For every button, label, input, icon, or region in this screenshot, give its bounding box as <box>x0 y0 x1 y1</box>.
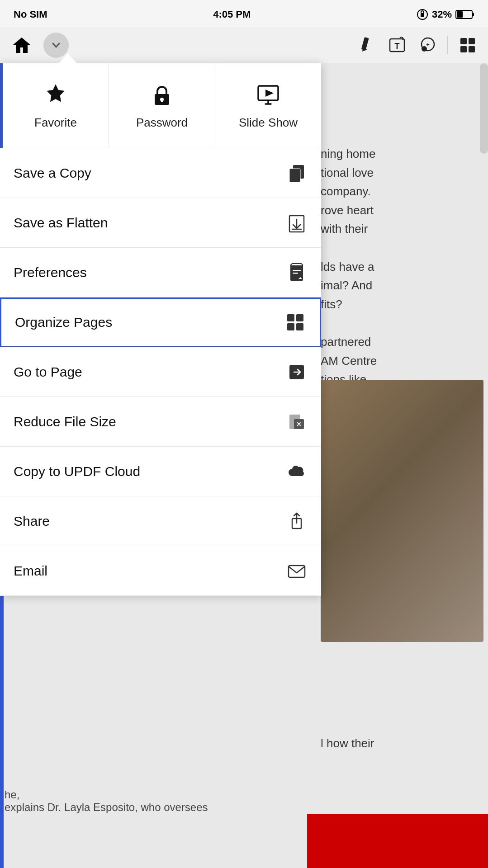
annotate-button[interactable] <box>355 34 378 57</box>
svg-rect-35 <box>289 566 305 577</box>
svg-rect-22 <box>289 169 300 182</box>
organize-pages-label: Organize Pages <box>15 315 112 330</box>
organize-pages-icon <box>284 311 306 333</box>
svg-rect-1 <box>421 13 424 17</box>
grid-button[interactable] <box>456 34 479 57</box>
dropdown-menu: Favorite Password <box>0 63 321 596</box>
text-tool-button[interactable]: T <box>386 34 408 57</box>
ai-button[interactable]: ✦ <box>417 34 439 57</box>
go-to-page-label: Go to Page <box>14 364 82 380</box>
save-copy-label: Save a Copy <box>14 165 91 181</box>
favorite-icon <box>42 81 69 108</box>
menu-icon-row: Favorite Password <box>0 63 321 148</box>
svg-text:T: T <box>395 42 400 51</box>
password-icon <box>148 81 175 108</box>
preferences-label: Preferences <box>14 265 87 280</box>
email-icon <box>286 560 308 582</box>
bg-bottom-text: he, explains Dr. Layla Esposito, who ove… <box>5 788 483 814</box>
battery-percentage: 32% <box>432 9 452 20</box>
battery-icon <box>455 9 474 19</box>
time-label: 4:05 PM <box>213 9 251 20</box>
status-bar: No SIM 4:05 PM 32% <box>0 0 488 27</box>
menu-organize-pages-item[interactable]: Organize Pages <box>0 297 321 347</box>
menu-email-item[interactable]: Email <box>0 546 321 596</box>
menu-reduce-file-item[interactable]: Reduce File Size <box>0 397 321 447</box>
scrollbar[interactable] <box>480 63 488 154</box>
svg-rect-27 <box>287 314 294 321</box>
copy-icon <box>286 162 308 184</box>
svg-rect-24 <box>293 270 301 271</box>
home-button[interactable] <box>9 33 34 58</box>
status-right: 32% <box>417 9 474 20</box>
menu-copy-cloud-item[interactable]: Copy to UPDF Cloud <box>0 447 321 496</box>
bg-red-block <box>307 814 488 868</box>
svg-rect-14 <box>469 46 475 52</box>
reduce-file-label: Reduce File Size <box>14 414 116 429</box>
toolbar-icons: T ✦ <box>355 34 479 57</box>
share-icon <box>286 510 308 532</box>
bg-bottom-right-text: l how their <box>321 736 483 750</box>
svg-rect-30 <box>296 323 303 330</box>
flatten-icon <box>286 212 308 234</box>
menu-preferences-item[interactable]: Preferences <box>0 248 321 297</box>
menu-save-flatten-item[interactable]: Save as Flatten <box>0 198 321 248</box>
cloud-icon <box>286 461 308 482</box>
svg-rect-28 <box>296 314 303 321</box>
save-flatten-label: Save as Flatten <box>14 215 108 231</box>
svg-rect-3 <box>457 11 463 18</box>
svg-rect-12 <box>469 38 475 44</box>
svg-rect-25 <box>293 273 298 274</box>
menu-share-item[interactable]: Share <box>0 496 321 546</box>
go-to-page-icon <box>286 361 308 383</box>
favorite-label: Favorite <box>34 116 77 130</box>
toolbar-divider <box>447 36 448 54</box>
svg-rect-13 <box>460 46 467 52</box>
share-label: Share <box>14 514 50 529</box>
carrier-label: No SIM <box>14 9 47 20</box>
lock-rotate-icon <box>417 9 428 20</box>
copy-cloud-label: Copy to UPDF Cloud <box>14 464 140 479</box>
svg-marker-19 <box>265 90 274 97</box>
menu-password-item[interactable]: Password <box>109 63 215 148</box>
menu-go-to-page-item[interactable]: Go to Page <box>0 347 321 397</box>
slideshow-label: Slide Show <box>239 116 298 130</box>
reduce-file-icon <box>286 411 308 433</box>
svg-rect-11 <box>460 38 467 44</box>
menu-arrow <box>59 53 77 63</box>
bg-image <box>321 380 483 642</box>
svg-text:✦: ✦ <box>426 42 430 48</box>
menu-favorite-item[interactable]: Favorite <box>0 63 109 148</box>
svg-rect-4 <box>472 13 474 16</box>
email-label: Email <box>14 563 47 579</box>
slideshow-icon <box>255 81 282 108</box>
svg-rect-5 <box>361 37 369 51</box>
svg-rect-29 <box>287 323 294 330</box>
preferences-icon <box>286 262 308 283</box>
menu-slideshow-item[interactable]: Slide Show <box>215 63 321 148</box>
svg-rect-17 <box>161 99 163 102</box>
password-label: Password <box>136 116 188 130</box>
menu-save-copy-item[interactable]: Save a Copy <box>0 148 321 198</box>
